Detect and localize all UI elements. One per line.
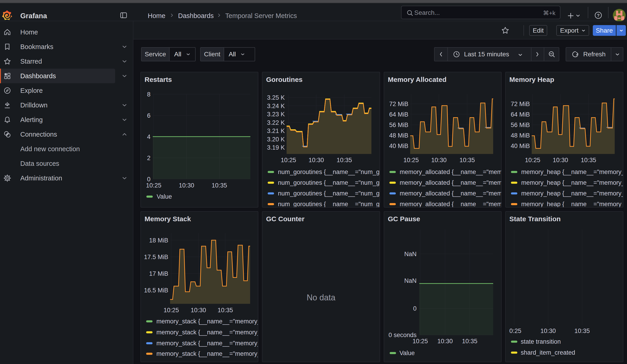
svg-text:40 MiB: 40 MiB — [511, 143, 530, 149]
svg-text:6: 6 — [147, 112, 151, 119]
svg-text:Goroutines: Goroutines — [266, 76, 303, 83]
svg-text:memory_allocated {__name__="me: memory_allocated {__name__="memor — [400, 201, 502, 208]
svg-text:2: 2 — [147, 155, 151, 161]
svg-text:17.5 MiB: 17.5 MiB — [144, 254, 168, 260]
svg-text:0:25: 0:25 — [509, 327, 522, 334]
svg-text:56 MiB: 56 MiB — [511, 122, 530, 128]
svg-text:10:30: 10:30 — [540, 327, 556, 334]
svg-text:10:30: 10:30 — [191, 307, 206, 313]
svg-text:72 MiB: 72 MiB — [389, 101, 408, 107]
svg-text:10:35: 10:35 — [581, 157, 596, 163]
svg-text:10:35: 10:35 — [574, 327, 590, 334]
svg-text:?: ? — [597, 13, 600, 18]
svg-text:NaN: NaN — [404, 251, 417, 258]
svg-text:memory_stack {__name__="memory: memory_stack {__name__="memory_st — [157, 340, 258, 347]
svg-text:10:35: 10:35 — [462, 338, 477, 345]
svg-text:memory_allocated {__name__="me: memory_allocated {__name__="memor — [400, 179, 502, 186]
svg-text:num_goroutines {__name__="num_: num_goroutines {__name__="num_gor — [278, 190, 380, 197]
svg-text:48 MiB: 48 MiB — [389, 132, 408, 139]
svg-text:shard_item_created: shard_item_created — [521, 349, 575, 356]
svg-text:10:30: 10:30 — [553, 157, 568, 163]
svg-text:Memory Stack: Memory Stack — [145, 215, 191, 223]
svg-text:10:35: 10:35 — [337, 157, 352, 163]
svg-text:memory_heap {__name__="memory_: memory_heap {__name__="memory_he — [521, 168, 623, 175]
svg-text:3.24 K: 3.24 K — [267, 103, 285, 109]
svg-text:Restarts: Restarts — [145, 76, 172, 83]
svg-text:0: 0 — [147, 176, 151, 183]
svg-text:10:25: 10:25 — [413, 338, 428, 345]
svg-text:memory_stack {__name__="memory: memory_stack {__name__="memory_st — [157, 350, 258, 357]
svg-text:10:30: 10:30 — [431, 157, 447, 163]
svg-text:Memory Heap: Memory Heap — [509, 76, 554, 83]
svg-text:State Transition: State Transition — [509, 215, 561, 223]
svg-text:0: 0 — [413, 305, 417, 312]
svg-text:10:30: 10:30 — [179, 182, 194, 189]
svg-text:3.21 K: 3.21 K — [267, 127, 285, 134]
svg-text:3.19 K: 3.19 K — [267, 144, 285, 151]
svg-text:Value: Value — [157, 193, 172, 200]
svg-text:3.25 K: 3.25 K — [267, 94, 285, 101]
svg-text:17 MiB: 17 MiB — [149, 270, 168, 277]
svg-text:No data: No data — [307, 293, 336, 302]
svg-text:memory_heap {__name__="memory_: memory_heap {__name__="memory_he — [521, 201, 623, 208]
svg-text:48 MiB: 48 MiB — [511, 132, 530, 139]
svg-text:10:35: 10:35 — [459, 157, 475, 163]
svg-text:10:25: 10:25 — [163, 307, 179, 313]
svg-text:3.20 K: 3.20 K — [267, 136, 285, 143]
svg-text:GC Counter: GC Counter — [266, 215, 305, 223]
svg-text:num_goroutines {__name__="num_: num_goroutines {__name__="num_gor — [278, 179, 380, 186]
svg-text:10:30: 10:30 — [437, 338, 453, 345]
svg-text:56 MiB: 56 MiB — [389, 122, 408, 128]
svg-text:10:35: 10:35 — [211, 182, 227, 189]
svg-text:10:25: 10:25 — [281, 157, 296, 163]
svg-text:10:35: 10:35 — [217, 307, 233, 313]
svg-text:num_goroutines {__name__="num_: num_goroutines {__name__="num_gor — [278, 201, 380, 208]
svg-text:NaN: NaN — [404, 277, 417, 284]
svg-text:num_goroutines {__name__="num_: num_goroutines {__name__="num_gor — [278, 168, 380, 175]
svg-text:10:25: 10:25 — [403, 157, 419, 163]
svg-text:72 MiB: 72 MiB — [511, 101, 530, 107]
svg-text:memory_stack {__name__="memory: memory_stack {__name__="memory_st — [157, 329, 258, 336]
svg-text:64 MiB: 64 MiB — [389, 111, 408, 118]
svg-text:memory_stack {__name__="memory: memory_stack {__name__="memory_st — [157, 318, 258, 325]
svg-text:0 seconds: 0 seconds — [388, 332, 417, 338]
svg-text:4: 4 — [147, 133, 151, 140]
svg-text:GC Pause: GC Pause — [388, 215, 420, 223]
svg-text:10:25: 10:25 — [146, 182, 161, 189]
svg-text:8: 8 — [147, 91, 151, 98]
svg-text:Value: Value — [399, 350, 415, 357]
svg-text:40 MiB: 40 MiB — [389, 143, 408, 149]
svg-text:10:30: 10:30 — [309, 157, 324, 163]
svg-text:Memory Allocated: Memory Allocated — [388, 76, 446, 83]
svg-text:3.22 K: 3.22 K — [267, 119, 285, 126]
svg-text:18 MiB: 18 MiB — [149, 237, 168, 244]
svg-text:memory_heap {__name__="memory_: memory_heap {__name__="memory_he — [521, 179, 623, 186]
svg-text:memory_allocated {__name__="me: memory_allocated {__name__="memor — [400, 190, 502, 197]
svg-text:3.23 K: 3.23 K — [267, 111, 285, 118]
svg-text:64 MiB: 64 MiB — [511, 111, 530, 118]
svg-text:memory_heap {__name__="memory_: memory_heap {__name__="memory_he — [521, 190, 623, 197]
svg-text:state transition: state transition — [521, 338, 561, 345]
svg-text:memory_allocated {__name__="me: memory_allocated {__name__="memor — [400, 168, 502, 175]
svg-text:16.5 MiB: 16.5 MiB — [144, 287, 168, 294]
svg-text:10:25: 10:25 — [525, 157, 540, 163]
